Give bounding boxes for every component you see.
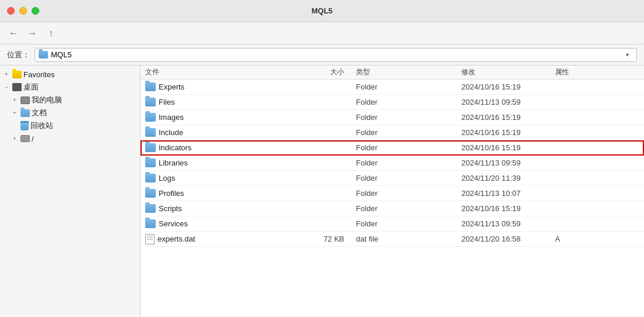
file-row-files[interactable]: FilesFolder2024/11/13 09:59 [141,95,644,110]
sidebar-label-root: / [32,135,34,143]
header-size[interactable]: 大小 [297,67,356,77]
window-title: MQL5 [311,6,333,15]
file-list: 文件 大小 类型 修改 属性 ExpertsFolder2024/10/16 1… [141,66,644,317]
location-bar: 位置： MQL5 ▾ [0,44,644,66]
file-type-files: Folder [356,98,461,106]
header-attr[interactable]: 属性 [555,67,590,77]
file-date-scripts: 2024/10/16 15:19 [461,204,555,213]
include-icon [145,128,156,137]
main-content: + Favorites − 桌面 + 我的电脑 + 文档 回收站 [0,66,644,317]
expand-favorites-button[interactable]: + [2,70,11,78]
expand-recyclebin-button[interactable] [11,122,19,130]
file-type-scripts: Folder [356,204,461,213]
header-name[interactable]: 文件 [145,67,297,77]
maximize-button[interactable] [32,7,39,15]
back-button[interactable]: ← [7,27,20,40]
sidebar-label-desktop: 桌面 [23,82,39,92]
file-type-logs: Folder [356,174,461,182]
file-name-libraries: Libraries [159,158,188,167]
name-cell-experts: Experts [145,82,297,91]
name-cell-indicators: Indicators [145,143,297,152]
file-name-experts: Experts [159,82,184,91]
expand-desktop-button[interactable]: − [2,83,11,91]
header-modified[interactable]: 修改 [461,67,555,77]
up-icon: ↑ [49,28,53,39]
file-list-header: 文件 大小 类型 修改 属性 [141,66,644,80]
file-date-libraries: 2024/11/13 09:59 [461,158,555,167]
sidebar-item-recycle-bin[interactable]: 回收站 [0,119,140,132]
location-folder-icon [39,51,48,58]
sidebar: + Favorites − 桌面 + 我的电脑 + 文档 回收站 [0,66,141,317]
toolbar: ← → ↑ [0,22,644,44]
file-name-profiles: Profiles [159,189,184,198]
documents-folder-icon [20,109,30,117]
file-type-experts-dat: dat file [356,235,461,243]
sidebar-item-desktop[interactable]: − 桌面 [0,81,140,94]
sidebar-item-root[interactable]: + / [0,132,140,145]
file-row-experts[interactable]: ExpertsFolder2024/10/16 15:19 [141,80,644,95]
name-cell-files: Files [145,98,297,106]
expand-mycomputer-button[interactable]: + [11,96,19,104]
file-type-indicators: Folder [356,143,461,152]
title-bar: MQL5 [0,0,644,22]
file-rows-container: ExpertsFolder2024/10/16 15:19FilesFolder… [141,80,644,247]
file-date-include: 2024/10/16 15:19 [461,128,555,137]
file-type-profiles: Folder [356,189,461,198]
file-row-scripts[interactable]: ScriptsFolder2024/10/16 15:19 [141,201,644,216]
forward-icon: → [28,28,37,39]
window-controls [7,7,39,15]
file-name-indicators: Indicators [159,143,191,152]
dropdown-arrow-icon: ▾ [626,51,629,58]
file-size-experts-dat: 72 KB [297,235,356,243]
sidebar-label-recycle-bin: 回收站 [30,120,53,131]
close-button[interactable] [7,7,15,15]
location-input[interactable]: MQL5 ▾ [35,48,637,62]
sidebar-item-favorites[interactable]: + Favorites [0,68,140,81]
file-date-indicators: 2024/10/16 15:19 [461,143,555,152]
file-date-images: 2024/10/16 15:19 [461,113,555,122]
name-cell-libraries: Libraries [145,158,297,167]
expand-root-button[interactable]: + [11,135,19,143]
file-row-logs[interactable]: LogsFolder2024/11/20 11:39 [141,171,644,186]
up-button[interactable]: ↑ [44,27,57,40]
forward-button[interactable]: → [26,27,39,40]
files-icon [145,98,156,106]
file-type-include: Folder [356,128,461,137]
logs-icon [145,174,156,182]
file-date-files: 2024/11/13 09:59 [461,98,555,106]
file-name-files: Files [159,98,174,106]
trash-icon [20,121,29,130]
images-icon [145,113,156,122]
file-name-experts-dat: experts.dat [157,235,195,243]
file-type-services: Folder [356,219,461,228]
location-dropdown-button[interactable]: ▾ [621,51,633,58]
desktop-icon [12,83,22,91]
file-row-images[interactable]: ImagesFolder2024/10/16 15:19 [141,110,644,125]
file-type-experts: Folder [356,82,461,91]
hdd-icon [20,135,30,142]
location-path: MQL5 [51,50,618,59]
sidebar-item-my-computer[interactable]: + 我的电脑 [0,94,140,106]
minimize-button[interactable] [19,7,27,15]
name-cell-scripts: Scripts [145,204,297,213]
file-row-libraries[interactable]: LibrariesFolder2024/11/13 09:59 [141,156,644,171]
file-row-services[interactable]: ServicesFolder2024/11/13 09:59 [141,216,644,232]
file-row-profiles[interactable]: ProfilesFolder2024/11/13 10:07 [141,186,644,201]
expand-documents-button[interactable]: + [11,109,19,117]
header-type[interactable]: 类型 [356,67,461,77]
file-row-indicators[interactable]: IndicatorsFolder2024/10/16 15:19 [141,140,644,156]
libraries-icon [145,158,156,167]
sidebar-item-documents[interactable]: + 文档 [0,106,140,119]
file-row-experts-dat[interactable]: experts.dat72 KBdat file2024/11/20 16:58… [141,232,644,247]
name-cell-logs: Logs [145,174,297,182]
name-cell-include: Include [145,128,297,137]
file-name-services: Services [159,219,188,228]
name-cell-experts-dat: experts.dat [145,234,297,244]
location-label: 位置： [7,50,30,60]
profiles-icon [145,189,156,198]
experts-icon [145,82,156,91]
indicators-icon [145,143,156,152]
sidebar-label-my-computer: 我的电脑 [32,95,62,105]
favorites-folder-icon [12,71,22,78]
file-row-include[interactable]: IncludeFolder2024/10/16 15:19 [141,125,644,140]
